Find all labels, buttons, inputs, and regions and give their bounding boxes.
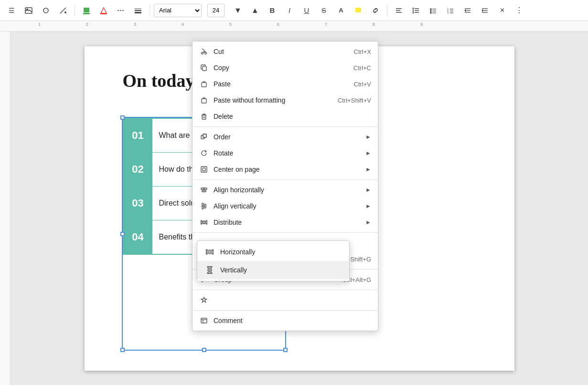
- order-arrow: ►: [365, 134, 371, 140]
- handle-br: [283, 348, 288, 352]
- align-vert-label: Align vertically: [214, 202, 357, 210]
- menu-item-paste[interactable]: Paste Ctrl+V: [192, 76, 378, 92]
- indent-less-btn[interactable]: [460, 3, 475, 18]
- align-vert-icon: [199, 201, 209, 211]
- italic-btn[interactable]: I: [282, 3, 297, 18]
- menu-item-delete[interactable]: Delete: [192, 108, 378, 125]
- svg-rect-71: [201, 318, 207, 323]
- fill-color-btn[interactable]: [79, 3, 94, 18]
- delete-icon: [199, 112, 209, 121]
- svg-rect-9: [135, 9, 141, 9]
- svg-rect-62: [203, 221, 205, 224]
- svg-rect-75: [209, 250, 211, 254]
- ruler-mark-5: 5: [229, 22, 232, 27]
- highlight-btn[interactable]: [351, 3, 366, 18]
- menu-item-align-vert[interactable]: Align vertically ►: [192, 198, 378, 214]
- menu-item-distribute[interactable]: Distribute ►: [192, 214, 378, 230]
- align-btn[interactable]: [391, 3, 406, 18]
- ruler-mark-7: 7: [325, 22, 327, 27]
- font-size-down-btn[interactable]: ▼: [230, 3, 246, 18]
- menu-item-align-horiz[interactable]: Align horizontally ►: [192, 182, 378, 198]
- center-page-icon: [199, 165, 209, 174]
- strikethrough-btn[interactable]: S: [316, 3, 331, 18]
- submenu-vertically[interactable]: Vertically: [197, 261, 349, 279]
- bold-btn[interactable]: B: [265, 3, 280, 18]
- insert-image-btn[interactable]: [21, 3, 36, 18]
- copy-shortcut: Ctrl+C: [353, 64, 371, 72]
- cut-label: Cut: [214, 48, 349, 55]
- svg-text:3.: 3.: [447, 11, 449, 14]
- line-tool-btn[interactable]: [55, 3, 71, 18]
- ruler-mark-3: 3: [134, 22, 136, 27]
- menu-item-order[interactable]: Order ►: [192, 129, 378, 145]
- item-number-3: 03: [124, 187, 152, 220]
- copy-icon: [199, 63, 209, 73]
- distribute-arrow: ►: [365, 219, 371, 226]
- svg-rect-54: [204, 188, 207, 189]
- svg-rect-80: [208, 270, 212, 271]
- indent-more-btn[interactable]: [477, 3, 492, 18]
- menu-item-paste-no-fmt[interactable]: Paste without formatting Ctrl+Shift+V: [192, 92, 378, 108]
- font-size-up-btn[interactable]: ▲: [247, 3, 263, 18]
- align-horiz-label: Align horizontally: [214, 186, 357, 194]
- center-page-arrow: ►: [365, 166, 371, 173]
- menu-divider-6: [192, 310, 378, 311]
- menu-item-copy[interactable]: Copy Ctrl+C: [192, 60, 378, 76]
- font-color-btn[interactable]: A: [333, 3, 349, 18]
- align-vert-arrow: ►: [365, 203, 371, 209]
- canvas[interactable]: On today's agenda 01: [11, 31, 588, 385]
- svg-rect-5: [84, 8, 89, 12]
- menu-item-rotate[interactable]: Rotate ►: [192, 145, 378, 161]
- svg-point-20: [430, 10, 431, 11]
- menu-divider-3: [192, 232, 378, 233]
- border-style-btn[interactable]: [113, 3, 128, 18]
- align-horiz-arrow: ►: [365, 187, 371, 193]
- ruler-mark-2: 2: [86, 22, 88, 27]
- vertical-ruler: [0, 31, 11, 385]
- svg-rect-42: [203, 66, 206, 71]
- ruler-mark-4: 4: [182, 22, 184, 27]
- paste-no-fmt-shortcut: Ctrl+Shift+V: [338, 97, 371, 104]
- rotate-icon: [199, 148, 209, 158]
- menu-item-format-options[interactable]: Comment: [192, 312, 378, 329]
- vertically-icon: [205, 265, 214, 275]
- clear-formatting-btn[interactable]: ✕: [494, 3, 510, 18]
- item-number-1: 01: [124, 119, 152, 152]
- menu-item-center-page[interactable]: Center on page ►: [192, 161, 378, 177]
- paste-no-fmt-icon: [199, 95, 209, 105]
- distribute-label: Distribute: [214, 219, 357, 226]
- svg-rect-45: [202, 115, 206, 119]
- format-options-label: Comment: [214, 317, 371, 324]
- center-page-label: Center on page: [214, 166, 357, 173]
- border-color-btn[interactable]: [96, 3, 111, 18]
- svg-rect-53: [201, 188, 203, 189]
- ruler-mark-6: 6: [277, 22, 279, 27]
- underline-btn[interactable]: U: [299, 3, 314, 18]
- horizontal-ruler: 1 2 3 4 5 6 7 8 9: [0, 21, 588, 31]
- distribute-icon: [199, 218, 209, 227]
- submenu-horizontally[interactable]: Horizontally: [197, 243, 349, 261]
- horizontally-label: Horizontally: [220, 248, 255, 256]
- more-options-btn[interactable]: ⋮: [512, 3, 527, 18]
- insert-shape-btn[interactable]: [38, 3, 53, 18]
- border-weight-btn[interactable]: [130, 3, 146, 18]
- svg-rect-12: [355, 8, 361, 12]
- link-btn[interactable]: [368, 3, 383, 18]
- horizontally-icon: [205, 247, 214, 257]
- bullet-list-btn[interactable]: [426, 3, 441, 18]
- line-spacing-btn[interactable]: [408, 3, 424, 18]
- toolbar: ☰: [0, 0, 588, 21]
- numbered-list-btn[interactable]: 1. 2. 3.: [443, 3, 458, 18]
- main-area: On today's agenda 01: [0, 31, 588, 385]
- svg-rect-51: [201, 166, 207, 172]
- order-icon: [199, 132, 209, 142]
- font-name-select[interactable]: Arial: [154, 4, 202, 17]
- svg-rect-7: [100, 13, 107, 14]
- font-size-input[interactable]: [207, 4, 225, 17]
- svg-rect-10: [135, 10, 141, 11]
- menu-icon-btn[interactable]: ☰: [4, 3, 19, 18]
- menu-item-animate[interactable]: [192, 292, 378, 308]
- menu-item-cut[interactable]: Cut Ctrl+X: [192, 43, 378, 60]
- paste-shortcut: Ctrl+V: [354, 81, 371, 88]
- align-horiz-icon: [199, 185, 209, 195]
